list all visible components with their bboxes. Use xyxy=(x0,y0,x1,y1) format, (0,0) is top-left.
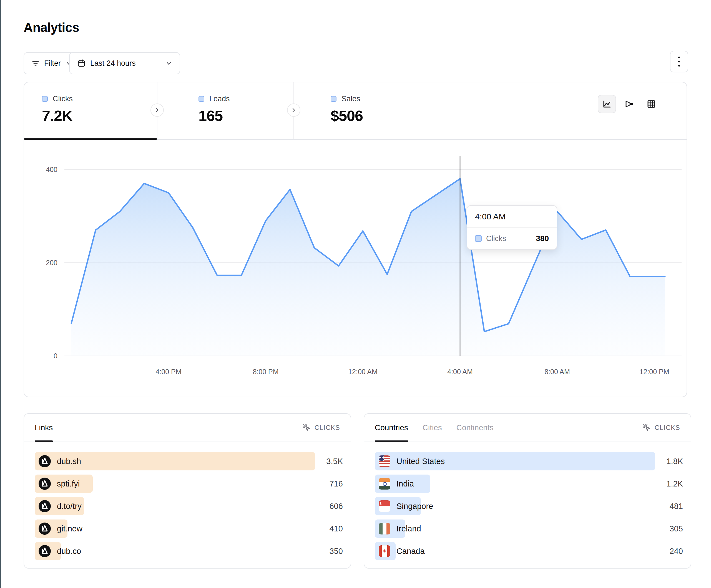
link-label: git.new xyxy=(57,524,83,533)
country-row[interactable]: Ireland 305 xyxy=(375,520,683,538)
table-view-toggle-button[interactable] xyxy=(642,95,661,113)
link-row[interactable]: dub.co 350 xyxy=(35,542,343,560)
tooltip-value: 380 xyxy=(536,234,549,243)
geo-panel: Countries Cities Continents CLICKS Unite… xyxy=(364,413,691,569)
analytics-card: Clicks 7.2K Leads 165 xyxy=(24,82,687,397)
link-label: dub.sh xyxy=(57,457,81,466)
country-flag-icon xyxy=(379,478,390,490)
country-row[interactable]: Canada 240 xyxy=(375,542,683,560)
country-row[interactable]: Singapore 481 xyxy=(375,497,683,515)
leads-legend-square xyxy=(198,96,204,102)
country-label: Singapore xyxy=(396,502,433,511)
cursor-click-icon xyxy=(302,423,311,432)
link-clicks-value: 3.5K xyxy=(315,457,343,466)
tab-continents[interactable]: Continents xyxy=(456,414,494,442)
dub-logo-icon xyxy=(39,478,51,490)
date-range-label: Last 24 hours xyxy=(90,59,136,68)
country-flag-icon xyxy=(379,455,390,467)
expand-leads-chevron-button[interactable] xyxy=(287,104,300,117)
stat-tab-sales[interactable]: Sales $506 xyxy=(294,82,430,139)
link-label: spti.fyi xyxy=(57,479,80,489)
cursor-click-icon xyxy=(642,423,651,432)
country-clicks-value: 1.8K xyxy=(655,457,683,466)
filter-lines-icon xyxy=(31,59,40,67)
link-clicks-value: 350 xyxy=(315,547,343,556)
link-clicks-value: 716 xyxy=(315,479,343,489)
country-row[interactable]: United States 1.8K xyxy=(375,452,683,470)
funnel-chart-toggle-button[interactable] xyxy=(620,95,638,113)
dub-logo-icon xyxy=(39,455,51,467)
links-panel: Links CLICKS dub.sh 3.5K spti.fy xyxy=(24,413,351,569)
country-label: United States xyxy=(396,457,445,466)
stat-value: 165 xyxy=(198,107,230,124)
link-row[interactable]: git.new 410 xyxy=(35,520,343,538)
kebab-icon xyxy=(678,56,680,58)
link-row[interactable]: d.to/try 606 xyxy=(35,497,343,515)
area-fill xyxy=(71,179,665,356)
tooltip-series-label: Clicks xyxy=(486,234,506,243)
stat-value: $506 xyxy=(331,107,363,124)
country-flag-icon xyxy=(379,545,390,557)
stat-value: 7.2K xyxy=(42,107,73,124)
country-label: India xyxy=(396,479,414,489)
tab-links[interactable]: Links xyxy=(35,414,53,442)
dub-logo-icon xyxy=(39,523,51,535)
country-clicks-value: 240 xyxy=(655,547,683,556)
link-row[interactable]: dub.sh 3.5K xyxy=(35,452,343,470)
stat-label: Clicks xyxy=(53,95,73,103)
country-clicks-value: 305 xyxy=(655,524,683,533)
chevron-down-icon xyxy=(165,60,172,67)
stats-row: Clicks 7.2K Leads 165 xyxy=(24,82,687,140)
calendar-icon xyxy=(77,59,86,68)
expand-clicks-chevron-button[interactable] xyxy=(150,104,164,117)
stat-tab-leads[interactable]: Leads 165 xyxy=(157,82,294,139)
country-flag-icon xyxy=(379,523,390,535)
page-title: Analytics xyxy=(24,20,79,35)
clicks-legend-square xyxy=(42,96,48,102)
screen-edge-line xyxy=(0,0,1,588)
chart-tooltip: 4:00 AM Clicks 380 xyxy=(467,205,557,250)
funnel-icon xyxy=(624,99,634,109)
link-row[interactable]: spti.fyi 716 xyxy=(35,475,343,493)
metric-header-label[interactable]: CLICKS xyxy=(655,424,680,432)
more-options-button[interactable] xyxy=(670,51,688,72)
chart-type-toggle-group xyxy=(598,95,661,113)
tooltip-time: 4:00 AM xyxy=(467,206,557,228)
link-clicks-value: 606 xyxy=(315,502,343,511)
link-label: dub.co xyxy=(57,547,81,556)
country-label: Ireland xyxy=(396,524,421,533)
stat-label: Sales xyxy=(342,95,360,103)
stat-label: Leads xyxy=(209,95,230,103)
country-flag-icon xyxy=(379,500,390,512)
metric-header-label[interactable]: CLICKS xyxy=(315,424,340,432)
filter-button-label: Filter xyxy=(44,59,61,68)
link-clicks-value: 410 xyxy=(315,524,343,533)
sales-legend-square xyxy=(331,96,337,102)
link-label: d.to/try xyxy=(57,502,82,511)
tab-countries[interactable]: Countries xyxy=(375,414,408,442)
country-row[interactable]: India 1.2K xyxy=(375,475,683,493)
country-label: Canada xyxy=(396,547,425,556)
dub-logo-icon xyxy=(39,545,51,557)
tooltip-legend-square xyxy=(475,235,482,242)
clicks-area-chart[interactable]: 0200400 4:00 PM8:00 PM12:00 AM4:00 AM8:0… xyxy=(24,140,687,397)
country-clicks-value: 1.2K xyxy=(655,479,683,489)
table-grid-icon xyxy=(646,99,656,109)
line-chart-toggle-button[interactable] xyxy=(598,95,616,113)
dub-logo-icon xyxy=(39,500,51,512)
stat-tab-clicks[interactable]: Clicks 7.2K xyxy=(24,82,157,139)
line-chart-icon xyxy=(602,99,612,109)
country-clicks-value: 481 xyxy=(655,502,683,511)
tab-cities[interactable]: Cities xyxy=(423,414,442,442)
date-range-button[interactable]: Last 24 hours xyxy=(69,52,180,74)
